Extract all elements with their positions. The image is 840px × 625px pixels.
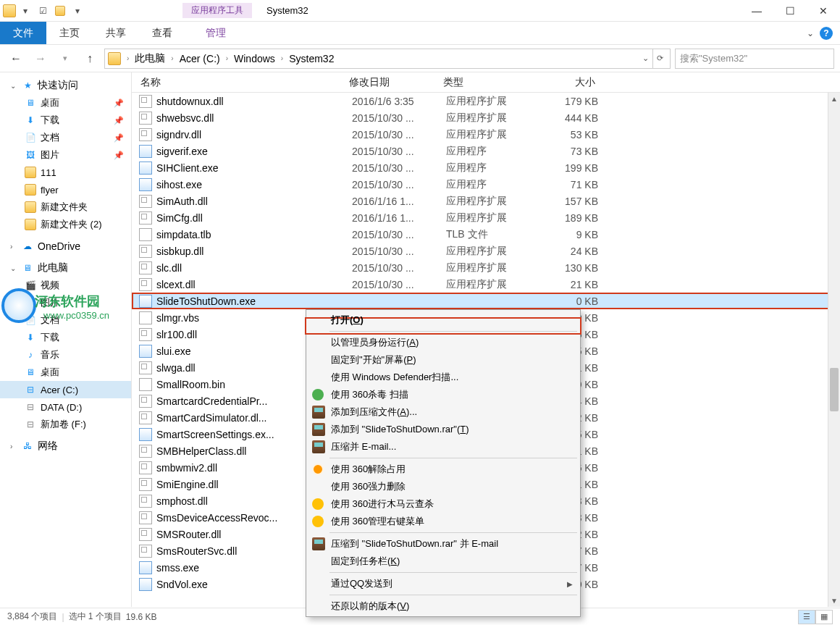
menu-item-2[interactable]: 以管理员身份运行(A) xyxy=(308,334,579,351)
help-icon[interactable]: ? xyxy=(820,27,833,40)
tab-share[interactable]: 共享 xyxy=(93,22,139,44)
sidebar-item-pc-5[interactable]: 🖥桌面 xyxy=(0,364,131,381)
menu-item-13[interactable]: 使用 360管理右键菜单 xyxy=(308,513,579,530)
dll-icon xyxy=(139,95,152,108)
sidebar-item-qa-4[interactable]: 111 xyxy=(0,164,131,181)
breadcrumb-dropdown[interactable]: ⌄ xyxy=(638,49,652,68)
sidebar-item-qa-2[interactable]: 📄文档📌 xyxy=(0,129,131,146)
tab-home[interactable]: 主页 xyxy=(46,22,93,44)
up-button[interactable]: ↑ xyxy=(80,49,100,69)
sidebar-network[interactable]: › 🖧 网络 xyxy=(0,437,131,455)
chevron-down-icon[interactable]: ⌄ xyxy=(10,82,17,90)
qat-dropdown[interactable]: ▾ xyxy=(17,3,33,19)
scroll-up-icon[interactable]: ▲ xyxy=(828,93,840,105)
chevron-down-icon[interactable]: ⌄ xyxy=(10,264,17,272)
desktop-icon: 🖥 xyxy=(25,366,36,378)
refresh-button[interactable]: ⟳ xyxy=(652,49,667,68)
sidebar-item-pc-6[interactable]: ⊟Acer (C:) xyxy=(0,381,131,398)
collapse-ribbon-icon[interactable]: ⌄ xyxy=(807,28,814,38)
menu-item-11[interactable]: 使用 360强力删除 xyxy=(308,478,579,495)
file-size: 130 KB xyxy=(547,262,613,274)
chevron-right-icon[interactable]: › xyxy=(10,243,17,251)
column-type[interactable]: 类型 xyxy=(443,76,545,89)
breadcrumb[interactable]: › 此电脑 › Acer (C:) › Windows › System32 ⌄… xyxy=(104,49,671,69)
close-button[interactable]: ✕ xyxy=(807,0,840,22)
sidebar-item-pc-4[interactable]: ♪音乐 xyxy=(0,346,131,364)
sidebar-item-pc-7[interactable]: ⊟DATA (D:) xyxy=(0,398,131,416)
file-row[interactable]: SimCfg.dll2016/1/16 1...应用程序扩展189 KB xyxy=(132,209,840,226)
file-row[interactable]: SIHClient.exe2015/10/30 ...应用程序199 KB xyxy=(132,159,840,176)
scroll-down-icon[interactable]: ▼ xyxy=(828,595,840,607)
sidebar-item-qa-5[interactable]: flyer xyxy=(0,181,131,198)
sidebar-item-qa-3[interactable]: 🖼图片📌 xyxy=(0,146,131,164)
file-row[interactable]: slcext.dll2015/10/30 ...应用程序扩展21 KB xyxy=(132,276,840,293)
scrollbar-thumb[interactable] xyxy=(830,368,839,411)
sidebar-item-pc-3[interactable]: ⬇下载 xyxy=(0,329,131,346)
file-date: 2015/10/30 ... xyxy=(352,229,446,240)
file-row[interactable]: slc.dll2015/10/30 ...应用程序扩展130 KB xyxy=(132,259,840,276)
sidebar-item-pc-1[interactable]: 🖼图片 xyxy=(0,294,131,311)
qat-customize[interactable]: ▾ xyxy=(70,3,85,19)
menu-item-10[interactable]: 使用 360解除占用 xyxy=(308,461,579,478)
minimize-button[interactable]: — xyxy=(740,0,773,22)
menu-item-12[interactable]: 使用 360进行木马云查杀 xyxy=(308,495,579,513)
menu-separator xyxy=(329,572,577,573)
file-row[interactable]: signdrv.dll2015/10/30 ...应用程序扩展53 KB xyxy=(132,126,840,143)
column-date[interactable]: 修改日期 xyxy=(349,76,443,89)
column-name[interactable]: 名称 xyxy=(132,76,349,89)
sidebar-item-qa-6[interactable]: 新建文件夹 xyxy=(0,198,131,216)
tab-view[interactable]: 查看 xyxy=(139,22,185,44)
menu-item-18[interactable]: 通过QQ发送到▶ xyxy=(308,575,579,592)
breadcrumb-seg-1[interactable]: Acer (C:) xyxy=(175,53,224,64)
file-row[interactable]: sihost.exe2015/10/30 ...应用程序71 KB xyxy=(132,176,840,193)
menu-item-6[interactable]: 添加到压缩文件(A)... xyxy=(308,403,579,421)
file-row[interactable]: sisbkup.dll2015/10/30 ...应用程序扩展24 KB xyxy=(132,243,840,259)
sidebar-item-qa-1[interactable]: ⬇下载📌 xyxy=(0,112,131,129)
sidebar-this-pc[interactable]: ⌄ 🖥 此电脑 xyxy=(0,259,131,277)
menu-item-0[interactable]: 打开(O) xyxy=(308,311,579,329)
sidebar-item-pc-8[interactable]: ⊟新加卷 (F:) xyxy=(0,416,131,433)
menu-item-16[interactable]: 固定到任务栏(K) xyxy=(308,553,579,570)
sidebar-item-qa-0[interactable]: 🖥桌面📌 xyxy=(0,94,131,112)
history-dropdown[interactable]: ▾ xyxy=(55,49,75,69)
sidebar-quick-access[interactable]: ⌄ ★ 快速访问 xyxy=(0,77,131,94)
file-row[interactable]: simpdata.tlb2015/10/30 ...TLB 文件9 KB xyxy=(132,226,840,243)
scrollbar[interactable]: ▲ ▼ xyxy=(828,93,840,607)
file-row[interactable]: shutdownux.dll2016/1/6 3:35应用程序扩展179 KB xyxy=(132,93,840,109)
forward-button[interactable]: → xyxy=(30,49,51,69)
breadcrumb-root-arrow[interactable]: › xyxy=(125,54,130,62)
file-row[interactable]: shwebsvc.dll2015/10/30 ...应用程序扩展444 KB xyxy=(132,109,840,126)
column-size[interactable]: 大小 xyxy=(545,76,610,89)
menu-item-7[interactable]: 添加到 "SlideToShutDown.rar"(T) xyxy=(308,421,579,438)
file-row[interactable]: sigverif.exe2015/10/30 ...应用程序73 KB xyxy=(132,143,840,159)
qat-new-folder[interactable] xyxy=(52,3,68,19)
search-input[interactable]: 搜索"System32" xyxy=(675,49,834,69)
qat-properties[interactable]: ☑ xyxy=(35,3,51,19)
details-view-button[interactable]: ☰ xyxy=(798,610,815,624)
drive-c-icon: ⊟ xyxy=(25,384,36,395)
breadcrumb-seg-0[interactable]: 此电脑 xyxy=(130,52,169,65)
back-button[interactable]: ← xyxy=(6,49,26,69)
maximize-button[interactable]: ☐ xyxy=(773,0,807,22)
sidebar-onedrive[interactable]: › ☁ OneDrive xyxy=(0,238,131,255)
menu-item-4[interactable]: 使用 Windows Defender扫描... xyxy=(308,369,579,386)
breadcrumb-seg-2[interactable]: Windows xyxy=(230,53,280,64)
menu-item-20[interactable]: 还原以前的版本(V) xyxy=(308,597,579,615)
file-type: 应用程序 xyxy=(446,162,547,175)
chevron-right-icon[interactable]: › xyxy=(10,442,17,450)
sidebar-item-pc-2[interactable]: 📄文档 xyxy=(0,311,131,329)
menu-item-5[interactable]: 使用 360杀毒 扫描 xyxy=(308,386,579,403)
file-tab[interactable]: 文件 xyxy=(0,22,46,44)
exe-icon xyxy=(139,428,152,441)
menu-item-8[interactable]: 压缩并 E-mail... xyxy=(308,438,579,456)
tab-manage[interactable]: 管理 xyxy=(193,22,239,44)
file-type: 应用程序 xyxy=(446,145,547,158)
icons-view-button[interactable]: ▦ xyxy=(815,610,833,624)
file-row[interactable]: SimAuth.dll2016/1/16 1...应用程序扩展157 KB xyxy=(132,193,840,209)
sidebar-item-qa-7[interactable]: 新建文件夹 (2) xyxy=(0,216,131,233)
file-row[interactable]: SlideToShutDown.exe0 KB xyxy=(132,293,840,309)
menu-item-3[interactable]: 固定到"开始"屏幕(P) xyxy=(308,351,579,369)
breadcrumb-seg-3[interactable]: System32 xyxy=(285,53,338,64)
sidebar-item-pc-0[interactable]: 🎬视频 xyxy=(0,277,131,294)
menu-item-15[interactable]: 压缩到 "SlideToShutDown.rar" 并 E-mail xyxy=(308,535,579,553)
